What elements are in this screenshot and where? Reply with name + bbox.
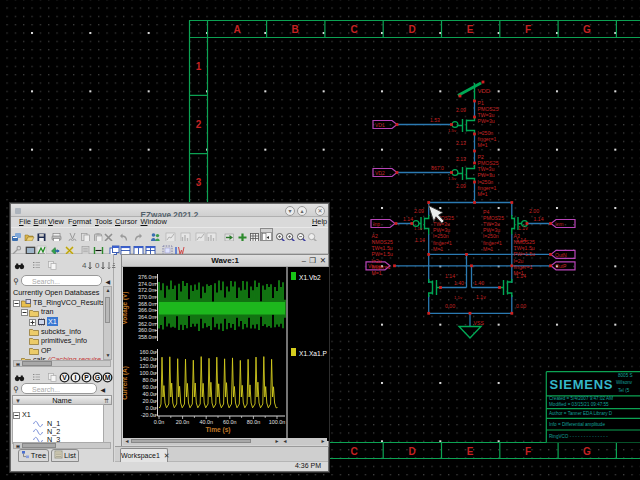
- svg-text:100.0u: 100.0u: [140, 370, 157, 376]
- svg-text:TW=3u: TW=3u: [483, 221, 500, 227]
- svg-text:D: D: [408, 446, 415, 457]
- svg-text:l=250n: l=250n: [478, 179, 494, 185]
- svg-text:Time (s): Time (s): [205, 426, 230, 434]
- svg-text:40.0n: 40.0n: [199, 419, 213, 425]
- svg-text:Wilsonv: Wilsonv: [616, 380, 633, 385]
- svg-text:1.1v: 1.1v: [414, 226, 423, 231]
- svg-text:0.00: 0.00: [445, 303, 455, 309]
- svg-text:20.0n: 20.0n: [176, 419, 190, 425]
- svg-text:1.40: 1.40: [454, 280, 464, 286]
- svg-text:l=2u: l=2u: [372, 258, 382, 264]
- svg-text:B: B: [291, 24, 298, 35]
- svg-text:G: G: [583, 446, 591, 457]
- svg-text:1.14: 1.14: [534, 216, 544, 222]
- svg-text:X1.Xa1.P: X1.Xa1.P: [299, 350, 327, 357]
- svg-text:Voltage (V): Voltage (V): [123, 292, 129, 325]
- svg-text:finger=1: finger=1: [478, 185, 497, 191]
- svg-text:358.0m: 358.0m: [138, 334, 156, 340]
- svg-text:P: P: [84, 374, 89, 381]
- svg-text:TW=3u: TW=3u: [478, 112, 495, 118]
- svg-text:M: M: [104, 374, 110, 381]
- svg-text:80.0n: 80.0n: [247, 419, 261, 425]
- svg-text:PW=3u: PW=3u: [478, 118, 495, 124]
- svg-text:PMOS25: PMOS25: [478, 106, 499, 112]
- svg-text:2.00: 2.00: [529, 208, 539, 214]
- svg-text:RingVCO - - - - - - - - - - -: RingVCO - - - - - - - - - - - - - -: [549, 434, 608, 439]
- svg-text:F: F: [525, 446, 531, 457]
- svg-text:376.0m: 376.0m: [138, 274, 156, 280]
- svg-text:100.0n: 100.0n: [269, 419, 286, 425]
- svg-text:60.0u: 60.0u: [143, 384, 157, 390]
- svg-text:I: I: [75, 374, 77, 381]
- svg-text:1.1v: 1.1v: [476, 294, 486, 300]
- svg-text:V: V: [62, 374, 67, 381]
- svg-text:374.0m: 374.0m: [138, 281, 156, 287]
- svg-text:E: E: [467, 446, 474, 457]
- svg-text:Current (A): Current (A): [123, 366, 129, 400]
- svg-text:1.1v: 1.1v: [518, 225, 528, 231]
- svg-text:Modified = 03/15/21 09:47:55: Modified = 03/15/21 09:47:55: [549, 402, 609, 407]
- svg-text:M=1: M=1: [478, 191, 488, 197]
- svg-text:M=1: M=1: [478, 142, 488, 148]
- svg-text:20.0u: 20.0u: [143, 398, 157, 404]
- svg-text:Created = 5/4/2007 9:47:02 AM: Created = 5/4/2007 9:47:02 AM: [549, 396, 613, 401]
- svg-text:1.14: 1.14: [403, 216, 413, 222]
- svg-text:4: 4: [82, 261, 87, 270]
- svg-text:368.0m: 368.0m: [138, 301, 156, 307]
- svg-text:VD1: VD1: [375, 122, 385, 128]
- svg-text:1.40: 1.40: [474, 280, 484, 286]
- svg-text:SIEMENS: SIEMENS: [550, 377, 613, 392]
- svg-text:PW=1.5u: PW=1.5u: [514, 251, 536, 257]
- svg-text:M=1: M=1: [372, 270, 382, 276]
- svg-text:60.0n: 60.0n: [223, 419, 237, 425]
- svg-text:2.09: 2.09: [456, 107, 466, 113]
- svg-text:PMOS25: PMOS25: [483, 215, 504, 221]
- svg-text:1.1v: 1.1v: [454, 295, 463, 300]
- svg-text:finger=1: finger=1: [372, 264, 391, 270]
- svg-text:360.0m: 360.0m: [138, 327, 156, 333]
- svg-text:Author = Tanner EDA Library D: Author = Tanner EDA Library D: [549, 411, 613, 416]
- svg-text:A: A: [233, 24, 240, 35]
- svg-text:l=250n: l=250n: [483, 233, 499, 239]
- svg-text:PW=1.5u: PW=1.5u: [372, 251, 394, 257]
- svg-text:0: 0: [95, 261, 100, 270]
- svg-text:372.0m: 372.0m: [138, 287, 156, 293]
- svg-text:G: G: [94, 374, 99, 381]
- svg-text:l=2u: l=2u: [514, 258, 524, 264]
- svg-text:3: 3: [196, 177, 202, 188]
- svg-text:PMOS25: PMOS25: [478, 160, 499, 166]
- svg-text:1.53: 1.53: [430, 117, 440, 123]
- svg-text:finger=1: finger=1: [483, 240, 502, 246]
- svg-text:1.5v: 1.5v: [448, 176, 457, 181]
- svg-text:finger=1: finger=1: [478, 136, 497, 142]
- svg-text:8005 S: 8005 S: [618, 373, 633, 378]
- svg-text:M=1: M=1: [514, 270, 524, 276]
- svg-text:X1.Vb2: X1.Vb2: [299, 274, 321, 281]
- svg-text:M=1: M=1: [483, 246, 493, 252]
- svg-text:1.14: 1.14: [445, 273, 455, 279]
- svg-text:362.0m: 362.0m: [138, 321, 156, 327]
- svg-text:VSS: VSS: [474, 320, 485, 326]
- svg-text:C: C: [350, 24, 357, 35]
- svg-text:PW=3u: PW=3u: [433, 227, 450, 233]
- svg-text:2.09: 2.09: [456, 183, 466, 189]
- svg-text:NMOS25: NMOS25: [372, 239, 393, 245]
- svg-text:Inp: Inp: [373, 221, 380, 227]
- svg-text:-20.0u: -20.0u: [141, 412, 156, 418]
- svg-text:l=250n: l=250n: [478, 130, 494, 136]
- svg-text:A2: A2: [372, 233, 378, 239]
- svg-text:P4: P4: [483, 209, 489, 215]
- svg-text:OutN: OutN: [555, 252, 567, 258]
- svg-text:E: E: [467, 24, 474, 35]
- svg-text:364.0m: 364.0m: [138, 314, 156, 320]
- svg-text:TW=1.5u: TW=1.5u: [514, 245, 535, 251]
- svg-text:0.0n: 0.0n: [154, 419, 165, 425]
- svg-text:OutP: OutP: [555, 263, 567, 269]
- svg-text:370.0m: 370.0m: [138, 294, 156, 300]
- svg-text:1.5v: 1.5v: [448, 128, 457, 133]
- svg-text:M=1: M=1: [433, 246, 443, 252]
- svg-text:Inm: Inm: [555, 221, 563, 227]
- svg-text:0.00: 0.00: [516, 303, 526, 309]
- svg-text:867.0: 867.0: [431, 165, 444, 171]
- svg-text:VD2: VD2: [375, 170, 385, 176]
